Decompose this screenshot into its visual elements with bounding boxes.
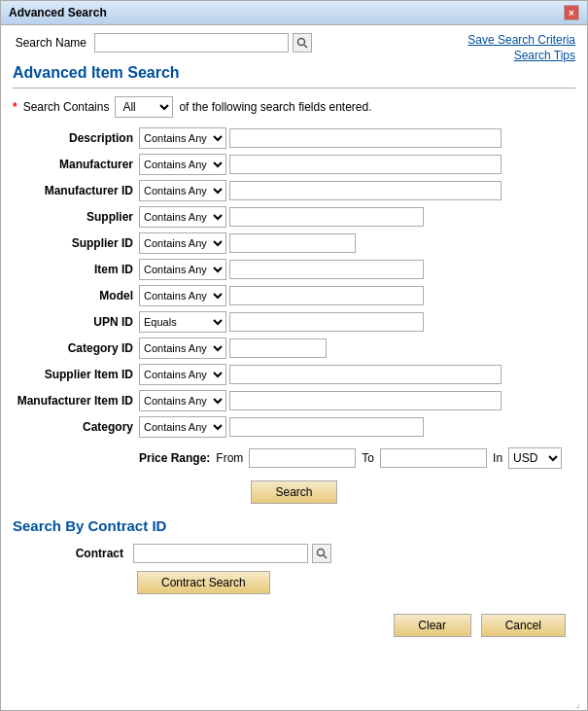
category-condition[interactable]: Contains AnyEquals [139,416,226,438]
supplier-input[interactable] [229,207,424,227]
supplier-item-id-input[interactable] [229,365,502,384]
header-row: Search Name Save Search Criteria Search … [13,33,575,62]
item-id-label: Item ID [13,263,139,276]
category-input[interactable] [229,417,424,437]
manufacturer-id-condition[interactable]: Contains AnyEquals [139,180,226,201]
supplier-item-id-label: Supplier Item ID [13,368,139,381]
category-label: Category [13,420,139,434]
from-label: From [216,451,243,465]
manufacturer-condition[interactable]: Contains AnyEquals [139,154,226,175]
supplier-label: Supplier [13,210,139,224]
advanced-search-window: Advanced Search × Search Name Save Searc… [0,0,588,711]
search-contains-row: *Search Contains All Any of the followin… [13,96,575,118]
to-label: To [362,451,374,465]
price-from-input[interactable] [249,448,356,468]
manufacturer-item-id-label: Manufacturer Item ID [13,394,139,408]
search-name-label: Search Name [13,36,90,50]
required-mark: * [13,100,17,114]
item-id-condition[interactable]: Contains AnyEquals [139,259,226,280]
search-name-input[interactable] [94,33,289,53]
of-text: of the following search fields entered. [179,100,371,114]
manufacturer-id-input[interactable] [229,181,502,200]
close-button[interactable]: × [564,5,579,20]
cancel-button[interactable]: Cancel [481,614,566,637]
search-button[interactable]: Search [251,480,336,504]
price-to-input[interactable] [380,448,487,468]
price-range-label: Price Range: [139,451,210,465]
supplier-item-id-condition[interactable]: Contains AnyEquals [139,364,226,385]
divider [13,88,575,89]
description-label: Description [13,131,139,145]
manufacturer-input[interactable] [229,155,502,174]
manufacturer-id-row: Contains AnyEquals [139,180,575,201]
svg-line-3 [324,555,327,558]
category-row: Contains AnyEquals [139,416,575,438]
in-label: In [493,451,502,465]
upn-id-label: UPN ID [13,315,139,329]
title-bar: Advanced Search × [1,1,587,25]
contract-label: Contract [71,547,129,560]
description-input[interactable] [229,128,502,148]
category-id-condition[interactable]: Contains AnyEquals [139,338,226,359]
description-condition[interactable]: Contains AnyEqualsStarts With [139,127,226,149]
search-name-row: Search Name [13,33,467,53]
category-id-input[interactable] [229,338,327,358]
contract-search-icon [316,548,328,559]
supplier-id-row: Contains AnyEquals [139,232,575,254]
price-range-row: Price Range: From To In USD EUR GBP [139,447,575,469]
fields-grid: Description Contains AnyEqualsStarts Wit… [13,127,575,438]
manufacturer-label: Manufacturer [13,158,139,171]
search-icon [296,37,308,49]
supplier-condition[interactable]: Contains AnyEquals [139,206,226,228]
search-button-row: Search [13,480,575,504]
manufacturer-item-id-condition[interactable]: Contains AnyEquals [139,390,226,411]
category-id-row: Contains AnyEquals [139,338,575,359]
top-links: Save Search Criteria Search Tips [467,33,575,62]
search-contains-select[interactable]: All Any [115,96,173,118]
model-row: Contains AnyEquals [139,285,575,306]
upn-id-input[interactable] [229,312,424,332]
contract-search-button-row: Contract Search [137,571,575,594]
section-title: Advanced Item Search [13,64,575,82]
item-id-row: Contains AnyEquals [139,259,575,280]
save-search-criteria-link[interactable]: Save Search Criteria [467,33,575,47]
supplier-id-label: Supplier ID [13,236,139,250]
supplier-row: Contains AnyEquals [139,206,575,228]
contract-row: Contract [71,544,575,563]
search-contains-label: Search Contains [23,100,110,114]
model-input[interactable] [229,286,424,305]
contract-search-button[interactable]: Contract Search [137,571,270,594]
manufacturer-item-id-input[interactable] [229,391,502,410]
supplier-item-id-row: Contains AnyEquals [139,364,575,385]
svg-point-0 [298,39,305,46]
clear-button[interactable]: Clear [394,614,471,637]
manufacturer-item-id-row: Contains AnyEquals [139,390,575,411]
resize-handle[interactable]: ⌟ [575,698,585,708]
content-area: Search Name Save Search Criteria Search … [1,25,587,658]
search-name-icon-button[interactable] [293,33,312,53]
manufacturer-row: Contains AnyEquals [139,154,575,175]
window-title: Advanced Search [9,6,107,19]
item-id-input[interactable] [229,260,424,279]
category-id-label: Category ID [13,341,139,355]
contract-search-icon-button[interactable] [312,544,331,563]
supplier-id-condition[interactable]: Contains AnyEquals [139,232,226,254]
currency-select[interactable]: USD EUR GBP [508,447,562,469]
svg-line-1 [304,45,307,48]
upn-id-row: EqualsContains Any [139,311,575,333]
search-tips-link[interactable]: Search Tips [514,49,575,62]
contract-input[interactable] [133,544,308,563]
contract-section-title: Search By Contract ID [13,517,575,534]
model-condition[interactable]: Contains AnyEquals [139,285,226,306]
description-row: Contains AnyEqualsStarts With [139,127,575,149]
bottom-button-row: Clear Cancel [13,614,575,647]
upn-id-condition[interactable]: EqualsContains Any [139,311,226,333]
supplier-id-input[interactable] [229,233,356,253]
manufacturer-id-label: Manufacturer ID [13,184,139,197]
svg-point-2 [318,550,325,556]
model-label: Model [13,289,139,302]
